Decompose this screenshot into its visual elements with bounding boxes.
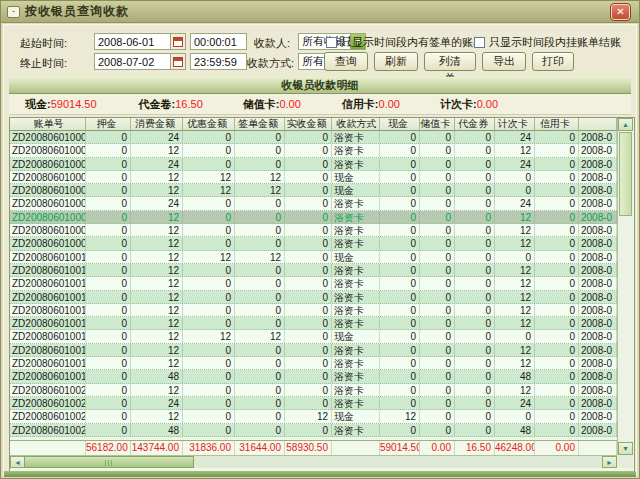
refresh-button[interactable]: 刷新 <box>374 52 418 71</box>
table-cell: 0 <box>86 264 131 276</box>
column-header[interactable]: 消费金额 <box>131 118 183 130</box>
main-panel: 起始时间: 2008-06-01 00:00:01 收款人: 所有收银员 ▼ 只… <box>3 24 637 476</box>
start-date-input[interactable]: 2008-06-01 <box>94 33 186 50</box>
start-time-input[interactable]: 00:00:01 <box>190 33 247 50</box>
table-cell: 0 <box>235 410 285 422</box>
scroll-up-icon[interactable]: ▲ <box>618 118 633 131</box>
table-row[interactable]: ZD200806010020012000浴资卡0001202008-0 <box>10 384 617 397</box>
table-row[interactable]: ZD20080601001601212120现金000002008-0 <box>10 330 617 343</box>
table-row[interactable]: ZD200806010013012000浴资卡0001202008-0 <box>10 291 617 304</box>
table-cell: 浴资卡 <box>332 158 380 170</box>
table-cell: 浴资卡 <box>332 397 380 409</box>
column-header[interactable]: 现金 <box>380 118 420 130</box>
table-cell: 0 <box>86 131 131 143</box>
table-row[interactable]: ZD200806010008012000浴资卡0001202008-0 <box>10 224 617 237</box>
table-cell: 浴资卡 <box>332 224 380 236</box>
table-cell: ZD200806010019 <box>10 370 86 382</box>
table-cell: 0 <box>380 264 420 276</box>
table-cell: 12 <box>131 410 183 422</box>
table-row[interactable]: ZD200806010015012000浴资卡0001202008-0 <box>10 317 617 330</box>
table-cell: 24 <box>495 197 535 209</box>
table-cell: 12 <box>235 171 285 183</box>
table-cell: 0 <box>420 224 455 236</box>
column-header[interactable]: 计次卡 <box>495 118 535 130</box>
column-header[interactable]: 实收金额 <box>285 118 332 130</box>
table-cell: 24 <box>495 131 535 143</box>
table-row[interactable]: ZD200806010023048000浴资卡0004802008-0 <box>10 424 617 437</box>
print-button[interactable]: 打印 <box>532 52 574 71</box>
export-button[interactable]: 导出 <box>482 52 526 71</box>
list-button[interactable]: 列清单 <box>424 52 476 71</box>
start-calendar-icon[interactable] <box>170 34 185 49</box>
summary-cash-value: 59014.50 <box>51 98 97 110</box>
table-cell: 0 <box>380 384 420 396</box>
table-row[interactable]: ZD200806010017012000浴资卡0001202008-0 <box>10 344 617 357</box>
table-cell: 0 <box>455 397 495 409</box>
table-cell: 12 <box>131 291 183 303</box>
end-date-input[interactable]: 2008-07-02 <box>94 53 186 70</box>
table-cell: 0 <box>285 384 332 396</box>
table-cell: 2008-0 <box>579 158 617 170</box>
checkbox-pending-bills[interactable]: 只显示时间段内挂账单结账 <box>474 35 621 50</box>
table-cell: ZD200806010006 <box>10 197 86 209</box>
totals-cell: 0.00 <box>420 441 455 455</box>
scroll-down-icon[interactable]: ▼ <box>618 442 633 455</box>
table-cell: 12 <box>131 184 183 196</box>
close-icon[interactable]: ✕ <box>611 4 630 20</box>
table-cell: 0 <box>420 251 455 263</box>
table-cell: 0 <box>86 211 131 223</box>
table-row[interactable]: ZD20080601001001212120现金000002008-0 <box>10 251 617 264</box>
column-header[interactable]: 收款方式 <box>332 118 380 130</box>
table-row[interactable]: ZD200806010018012000浴资卡0001202008-0 <box>10 357 617 370</box>
end-time-input[interactable]: 23:59:59 <box>190 53 247 70</box>
table-row[interactable]: ZD2008060100220120012现金1200002008-0 <box>10 410 617 423</box>
horizontal-scroll-thumb[interactable] <box>24 456 194 468</box>
table-row[interactable]: ZD200806010007012000浴资卡0001202008-0 <box>10 211 617 224</box>
column-header[interactable]: 签单金额 <box>235 118 285 130</box>
scroll-left-icon[interactable]: ◄ <box>10 456 25 468</box>
window-icon: - <box>7 6 20 18</box>
table-cell: 现金 <box>332 330 380 342</box>
scroll-right-icon[interactable]: ► <box>602 456 617 468</box>
table-row[interactable]: ZD200806010021024000浴资卡0002402008-0 <box>10 397 617 410</box>
table-cell: 0 <box>455 131 495 143</box>
column-header[interactable]: 信用卡 <box>535 118 579 130</box>
table-cell: 0 <box>380 171 420 183</box>
table-row[interactable]: ZD20080601000401212120现金000002008-0 <box>10 171 617 184</box>
column-header[interactable] <box>579 118 617 130</box>
table-row[interactable]: ZD200806010001024000浴资卡0002402008-0 <box>10 131 617 144</box>
table-cell: 12 <box>495 277 535 289</box>
table-cell: 0 <box>183 211 235 223</box>
table-row[interactable]: ZD200806010019048000浴资卡0004802008-0 <box>10 370 617 383</box>
table-cell: ZD200806010007 <box>10 211 86 223</box>
vertical-scrollbar[interactable]: ▲ ▼ <box>617 118 633 455</box>
vertical-scroll-thumb[interactable] <box>619 132 632 216</box>
table-cell: 0 <box>420 158 455 170</box>
summary-count-card-value: 0.00 <box>477 98 498 110</box>
table-cell: 0 <box>285 330 332 342</box>
column-header[interactable]: 优惠金额 <box>183 118 235 130</box>
table-cell: 0 <box>285 397 332 409</box>
table-row[interactable]: ZD200806010014012000浴资卡0001202008-0 <box>10 304 617 317</box>
table-row[interactable]: ZD20080601000501212120现金000002008-0 <box>10 184 617 197</box>
table-cell: 0 <box>495 251 535 263</box>
end-calendar-icon[interactable] <box>170 54 185 69</box>
table-row[interactable]: ZD200806010006024000浴资卡0002402008-0 <box>10 197 617 210</box>
section-title: 收银员收款明细 <box>9 77 631 94</box>
table-row[interactable]: ZD200806010002012000浴资卡0001202008-0 <box>10 144 617 157</box>
table-row[interactable]: ZD200806010003024000浴资卡0002402008-0 <box>10 158 617 171</box>
table-cell: 0 <box>535 410 579 422</box>
table-cell: 2008-0 <box>579 144 617 156</box>
table-cell: 0 <box>420 277 455 289</box>
column-header[interactable]: 押金 <box>86 118 131 130</box>
table-cell: 0 <box>183 397 235 409</box>
table-row[interactable]: ZD200806010012012000浴资卡0001202008-0 <box>10 277 617 290</box>
column-header[interactable]: 账单号 <box>10 118 86 130</box>
checkbox-signed-bills[interactable]: 只显示时间段内有签单的账单 <box>326 35 484 50</box>
column-header[interactable]: 代金券 <box>455 118 495 130</box>
horizontal-scrollbar[interactable]: ◄ ► <box>10 455 617 468</box>
query-button[interactable]: 查询 <box>324 52 368 71</box>
table-row[interactable]: ZD200806010009012000浴资卡0001202008-0 <box>10 237 617 250</box>
table-row[interactable]: ZD200806010011012000浴资卡0001202008-0 <box>10 264 617 277</box>
column-header[interactable]: 储值卡 <box>420 118 455 130</box>
